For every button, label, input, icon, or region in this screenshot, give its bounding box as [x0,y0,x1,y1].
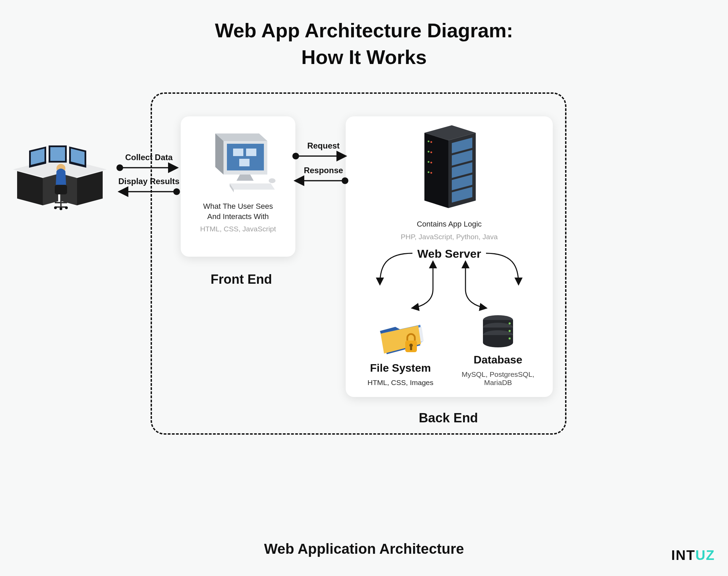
svg-point-55 [509,330,511,332]
flow-label-response: Response [298,166,349,175]
svg-marker-25 [230,183,275,190]
diagram-title: Web App Architecture Diagram: How It Wor… [0,17,728,71]
svg-point-54 [509,322,511,324]
desktop-computer-icon [199,127,278,195]
svg-point-16 [60,207,62,210]
svg-rect-22 [246,149,256,156]
flow-label-display: Display Results [116,177,181,186]
svg-marker-1 [17,171,43,205]
svg-marker-24 [237,175,254,181]
database-block: Database MySQL, PostgresSQL, MariaDB [452,313,544,387]
frontend-label: Front End [185,272,298,287]
svg-rect-50 [410,346,412,350]
folder-lock-icon [376,321,424,359]
database-title: Database [452,354,544,366]
svg-marker-8 [50,147,65,161]
frontend-card: What The User Sees And Interacts With HT… [181,116,295,257]
title-line-2: How It Works [301,46,426,68]
database-icon [477,313,519,351]
svg-marker-3 [77,171,103,205]
architecture-label: Web Application Architecture [0,541,728,557]
svg-point-56 [509,337,511,340]
flow-label-collect: Collect Data [118,153,180,162]
backend-card: Contains App Logic PHP, JavaScript, Pyth… [346,116,553,397]
svg-marker-20 [227,144,264,170]
user-workstation-icon [10,137,110,212]
brand-logo: INTUZ [671,548,715,563]
file-system-block: File System HTML, CSS, Images [354,321,447,387]
title-line-1: Web App Architecture Diagram: [215,19,513,41]
file-system-title: File System [354,362,447,374]
flow-label-request: Request [298,141,349,151]
backend-label: Back End [346,411,551,425]
svg-rect-13 [60,194,62,202]
svg-point-14 [54,206,57,209]
svg-point-15 [65,206,68,209]
svg-rect-21 [233,149,243,156]
svg-rect-12 [55,185,67,194]
svg-point-27 [269,178,276,183]
file-system-contents: HTML, CSS, Images [354,379,447,387]
frontend-desc: What The User Sees And Interacts With [203,201,273,221]
svg-rect-23 [239,159,250,166]
svg-marker-17 [215,133,267,141]
frontend-tech: HTML, CSS, JavaScript [200,225,276,233]
database-tech: MySQL, PostgresSQL, MariaDB [452,370,544,387]
